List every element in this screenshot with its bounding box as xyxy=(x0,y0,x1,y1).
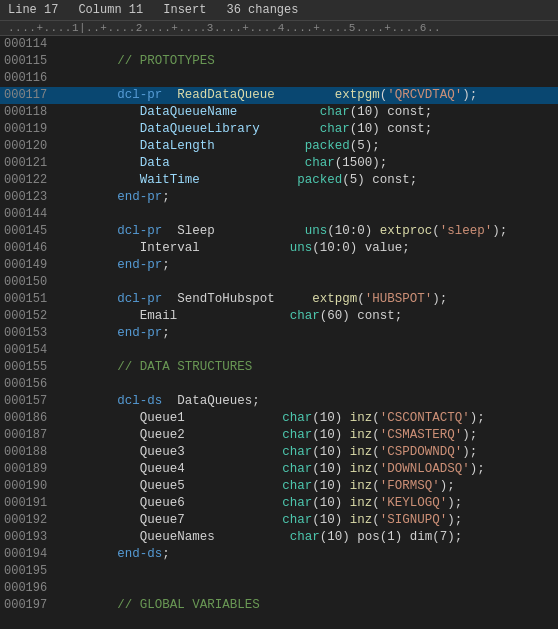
token-plain: (5); xyxy=(350,139,380,153)
token-plain: (60) const; xyxy=(320,309,403,323)
token-type: uns xyxy=(290,241,313,255)
code-area[interactable]: 000114000115 // PROTOTYPES000116000117 d… xyxy=(0,36,558,614)
token-type: char xyxy=(290,530,320,544)
token-plain xyxy=(57,173,140,187)
line-number: 000193 xyxy=(0,529,53,546)
token-plain: ( xyxy=(372,496,380,510)
token-plain: (1500); xyxy=(335,156,388,170)
table-row: 000120 DataLength packed(5); xyxy=(0,138,558,155)
line-number: 000197 xyxy=(0,597,53,614)
token-str: 'CSMASTERQ' xyxy=(380,428,463,442)
token-type: packed xyxy=(305,139,350,153)
token-plain: ); xyxy=(432,292,447,306)
line-number: 000151 xyxy=(0,291,53,308)
line-content: dcl-pr ReadDataQueue extpgm('QRCVDTAQ'); xyxy=(53,87,477,104)
table-row: 000123 end-pr; xyxy=(0,189,558,206)
line-number: 000157 xyxy=(0,393,53,410)
token-str: 'HUBSPOT' xyxy=(365,292,433,306)
token-plain: ); xyxy=(462,88,477,102)
line-content: Queue5 char(10) inz('FORMSQ'); xyxy=(53,478,455,495)
token-type: char xyxy=(282,411,312,425)
table-row: 000195 xyxy=(0,563,558,580)
line-number: 000189 xyxy=(0,461,53,478)
token-type: char xyxy=(320,122,350,136)
table-row: 000197 // GLOBAL VARIABLES xyxy=(0,597,558,614)
changes-indicator: 36 changes xyxy=(226,3,298,17)
line-content: dcl-pr Sleep uns(10:0) extproc('sleep'); xyxy=(53,223,507,240)
token-plain: ; xyxy=(162,190,170,204)
token-plain: (10) xyxy=(312,411,350,425)
line-number: 000156 xyxy=(0,376,53,393)
table-row: 000192 Queue7 char(10) inz('SIGNUPQ'); xyxy=(0,512,558,529)
token-kw: end-ds xyxy=(117,547,162,561)
line-number: 000149 xyxy=(0,257,53,274)
line-number: 000121 xyxy=(0,155,53,172)
line-content: Data char(1500); xyxy=(53,155,387,172)
table-row: 000187 Queue2 char(10) inz('CSMASTERQ'); xyxy=(0,427,558,444)
token-plain: ); xyxy=(470,411,485,425)
line-content: Email char(60) const; xyxy=(53,308,402,325)
line-content: end-pr; xyxy=(53,189,170,206)
line-number: 000123 xyxy=(0,189,53,206)
token-plain: SendToHubspot xyxy=(162,292,312,306)
line-number: 000191 xyxy=(0,495,53,512)
token-plain: Sleep xyxy=(162,224,305,238)
status-bar: Line 17 Column 11 Insert 36 changes xyxy=(0,0,558,21)
token-plain: (10) xyxy=(312,428,350,442)
line-number: 000118 xyxy=(0,104,53,121)
token-plain: ; xyxy=(162,547,170,561)
token-plain: ( xyxy=(372,462,380,476)
token-param: DataQueueLibrary xyxy=(140,122,260,136)
token-type: char xyxy=(282,479,312,493)
table-row: 000119 DataQueueLibrary char(10) const; xyxy=(0,121,558,138)
line-number: 000195 xyxy=(0,563,53,580)
token-fn: extproc xyxy=(380,224,433,238)
line-content: QueueNames char(10) pos(1) dim(7); xyxy=(53,529,462,546)
token-plain: ( xyxy=(372,513,380,527)
token-plain: ; xyxy=(162,258,170,272)
token-str: 'CSCONTACTQ' xyxy=(380,411,470,425)
table-row: 000114 xyxy=(0,36,558,53)
token-plain: Email xyxy=(57,309,290,323)
table-row: 000157 dcl-ds DataQueues; xyxy=(0,393,558,410)
line-number: 000152 xyxy=(0,308,53,325)
token-fn: inz xyxy=(350,496,373,510)
token-kw: dcl-pr xyxy=(117,88,162,102)
token-type: char xyxy=(282,428,312,442)
token-plain: QueueNames xyxy=(57,530,290,544)
table-row: 000151 dcl-pr SendToHubspot extpgm('HUBS… xyxy=(0,291,558,308)
table-row: 000194 end-ds; xyxy=(0,546,558,563)
token-kw: dcl-pr xyxy=(117,224,162,238)
token-fn: inz xyxy=(350,479,373,493)
token-plain: (10) xyxy=(312,479,350,493)
token-plain: ); xyxy=(447,513,462,527)
token-type: char xyxy=(320,105,350,119)
table-row: 000122 WaitTime packed(5) const; xyxy=(0,172,558,189)
editor-container: Line 17 Column 11 Insert 36 changes ....… xyxy=(0,0,558,614)
token-plain: ); xyxy=(447,496,462,510)
token-str: 'FORMSQ' xyxy=(380,479,440,493)
line-indicator: Line 17 xyxy=(8,3,58,17)
line-content: end-pr; xyxy=(53,257,170,274)
token-type: char xyxy=(305,156,335,170)
column-indicator: Column 11 xyxy=(78,3,143,17)
line-number: 000186 xyxy=(0,410,53,427)
table-row: 000117 dcl-pr ReadDataQueue extpgm('QRCV… xyxy=(0,87,558,104)
token-type: char xyxy=(282,445,312,459)
token-plain xyxy=(57,105,140,119)
token-plain xyxy=(57,122,140,136)
token-type: char xyxy=(290,309,320,323)
token-fn: inz xyxy=(350,513,373,527)
table-row: 000152 Email char(60) const; xyxy=(0,308,558,325)
table-row: 000146 Interval uns(10:0) value; xyxy=(0,240,558,257)
table-row: 000154 xyxy=(0,342,558,359)
token-fn: inz xyxy=(350,462,373,476)
token-plain: (10:0) xyxy=(327,224,380,238)
line-number: 000153 xyxy=(0,325,53,342)
token-plain: Queue1 xyxy=(57,411,282,425)
line-content: end-pr; xyxy=(53,325,170,342)
token-fn: ReadDataQueue xyxy=(177,88,275,102)
token-plain: (10) pos(1) dim(7); xyxy=(320,530,463,544)
token-type: char xyxy=(282,513,312,527)
line-number: 000120 xyxy=(0,138,53,155)
